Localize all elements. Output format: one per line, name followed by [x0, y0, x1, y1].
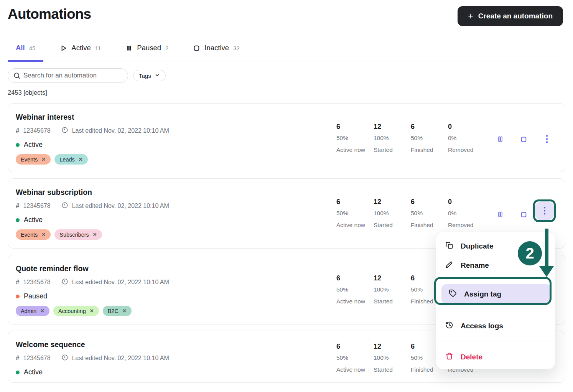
tag-label: Events — [21, 232, 38, 238]
clock-icon — [61, 202, 68, 210]
stop-automation-button[interactable] — [519, 134, 529, 144]
card-id: 12345678 — [23, 127, 50, 134]
tag-label: Leads — [59, 156, 75, 163]
search-icon — [13, 72, 21, 81]
more-options-button[interactable] — [542, 134, 552, 144]
tab-active-label: Active — [71, 44, 91, 52]
status-dot — [16, 295, 20, 298]
card-title: Webinar subscription — [16, 188, 565, 197]
duplicate-icon — [445, 241, 453, 251]
remove-tag-icon[interactable]: ✕ — [90, 308, 94, 313]
tag-label: Accounting — [58, 308, 86, 314]
card-last-edited: Last edited Nov. 02, 2022 10:10 AM — [72, 355, 169, 362]
status-label: Active — [24, 216, 43, 224]
stat-started: 12100%Started — [374, 123, 411, 153]
stats-row: 650%Active now 12100%Started 650%Finishe… — [336, 198, 485, 229]
stat-finished: 650%Finished — [411, 123, 448, 153]
status-label: Paused — [24, 292, 47, 300]
card-id: 12345678 — [23, 203, 50, 209]
tab-all[interactable]: All 45 — [8, 44, 43, 62]
tab-inactive[interactable]: Inactive 32 — [185, 44, 247, 62]
status-label: Active — [24, 368, 43, 376]
remove-tag-icon[interactable]: ✕ — [122, 308, 127, 313]
tag-list: Events✕ Leads✕ — [16, 154, 565, 165]
stat-active-now: 650%Active now — [336, 343, 374, 373]
search-input[interactable] — [8, 68, 128, 83]
tag-chip[interactable]: Subscribers✕ — [54, 229, 102, 240]
tag-chip[interactable]: Admin✕ — [16, 306, 49, 316]
tag-icon — [449, 289, 457, 299]
hash-icon: # — [16, 354, 19, 362]
tab-paused-count: 2 — [165, 45, 168, 51]
annotation-highlight-ring — [533, 199, 556, 222]
card-id: 12345678 — [23, 279, 50, 286]
chevron-down-icon — [155, 72, 160, 79]
clock-icon — [61, 127, 68, 135]
tab-inactive-count: 32 — [233, 45, 240, 51]
tag-chip[interactable]: B2C✕ — [103, 306, 132, 316]
stat-active-now: 650%Active now — [336, 198, 374, 229]
stat-removed: 00%Removed — [448, 198, 485, 229]
pause-automation-button[interactable] — [495, 209, 505, 219]
remove-tag-icon[interactable]: ✕ — [79, 157, 83, 162]
filter-bar: Tags — [8, 68, 565, 83]
clock-icon — [61, 354, 68, 362]
history-icon — [445, 321, 453, 331]
menu-item-label: Access logs — [461, 322, 503, 330]
menu-item-label: Rename — [461, 261, 489, 270]
card-title: Webinar interest — [16, 113, 565, 122]
remove-tag-icon[interactable]: ✕ — [41, 232, 46, 237]
hash-icon: # — [16, 127, 19, 135]
tag-chip[interactable]: Events✕ — [16, 229, 51, 240]
tab-active[interactable]: Active 11 — [52, 44, 109, 62]
tag-label: Admin — [21, 308, 36, 314]
more-options-button-active[interactable] — [535, 201, 554, 220]
stop-automation-button[interactable] — [519, 209, 529, 219]
menu-item-access-logs[interactable]: Access logs — [445, 318, 503, 334]
tab-paused[interactable]: Paused 2 — [117, 44, 176, 62]
status-dot — [16, 371, 20, 374]
stat-active-now: 650%Active now — [336, 123, 374, 153]
card-last-edited: Last edited Nov. 02, 2022 10:10 AM — [72, 203, 169, 209]
status-tabs: All 45 Active 11 Paused 2 Inactive 32 — [8, 44, 565, 61]
create-automation-button[interactable]: + Create an automation — [458, 6, 563, 26]
create-button-label: Create an automation — [478, 12, 553, 20]
pause-automation-button[interactable] — [495, 134, 505, 144]
menu-item-rename[interactable]: Rename — [445, 258, 489, 273]
hash-icon: # — [16, 278, 19, 286]
tab-all-count: 45 — [29, 45, 36, 51]
menu-item-assign-tag[interactable]: Assign tag — [441, 284, 551, 304]
tags-filter-label: Tags — [139, 72, 151, 79]
context-menu: Duplicate Rename Assign tag Access logs … — [436, 232, 555, 369]
tag-chip[interactable]: Accounting✕ — [53, 306, 99, 316]
play-icon — [60, 44, 67, 52]
menu-item-duplicate[interactable]: Duplicate — [445, 239, 494, 254]
stat-removed: 00%Removed — [448, 123, 485, 153]
menu-divider — [436, 341, 555, 341]
stat-active-now: 650%Active now — [336, 274, 374, 305]
tab-inactive-label: Inactive — [204, 44, 229, 52]
page-title: Automations — [8, 6, 91, 22]
tag-label: Events — [21, 156, 38, 163]
remove-tag-icon[interactable]: ✕ — [93, 232, 97, 237]
tag-chip[interactable]: Leads✕ — [54, 154, 87, 165]
top-bar: Automations + Create an automation — [0, 0, 573, 26]
stop-square-icon — [193, 44, 200, 52]
tab-all-label: All — [16, 44, 25, 52]
card-last-edited: Last edited Nov. 02, 2022 10:10 AM — [72, 127, 169, 134]
card-last-edited: Last edited Nov. 02, 2022 10:10 AM — [72, 279, 169, 286]
tags-filter-dropdown[interactable]: Tags — [133, 70, 166, 81]
stat-finished: 650%Finished — [411, 198, 448, 229]
status-label: Active — [24, 141, 43, 149]
automations-page: Automations + Create an automation All 4… — [0, 0, 573, 392]
search-box — [8, 68, 128, 83]
tag-label: Subscribers — [59, 232, 89, 238]
remove-tag-icon[interactable]: ✕ — [40, 308, 44, 313]
stats-row: 650%Active now 12100%Started 650%Finishe… — [336, 123, 485, 153]
menu-item-delete[interactable]: Delete — [445, 349, 482, 365]
trash-icon — [445, 352, 453, 362]
menu-item-label: Delete — [461, 353, 482, 361]
tag-chip[interactable]: Events✕ — [16, 154, 51, 165]
remove-tag-icon[interactable]: ✕ — [41, 157, 46, 162]
menu-item-label: Duplicate — [461, 242, 494, 250]
